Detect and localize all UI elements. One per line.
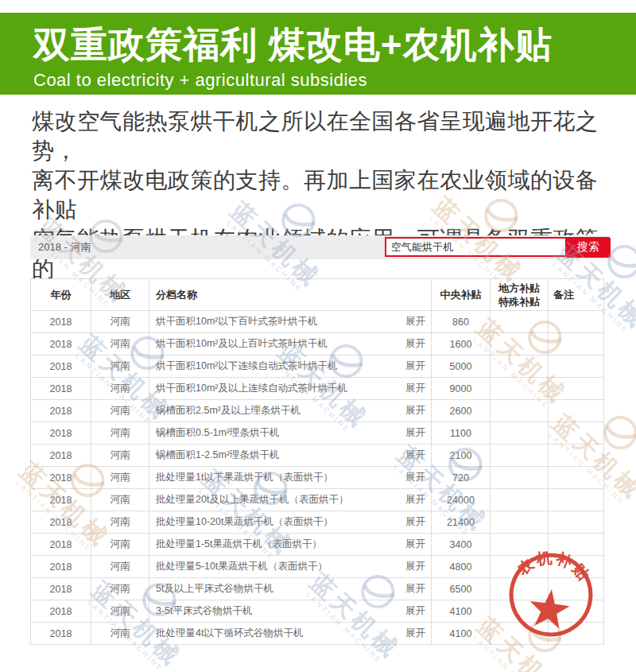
name-cell: 锅槽面积0.5-1m²理条烘干机展开 — [149, 422, 432, 445]
table-row: 2018河南锅槽面积2.5m²及以上理条烘干机展开2600 — [31, 400, 604, 422]
name-cell: 5t及以上平床式谷物烘干机展开 — [149, 578, 432, 600]
expand-link[interactable]: 展开 — [405, 627, 425, 640]
note-cell — [549, 489, 604, 511]
year-cell: 2018 — [31, 422, 91, 445]
local-subsidy-cell — [491, 489, 549, 511]
category-name: 批处理量4t以下循环式谷物烘干机 — [156, 627, 303, 640]
search-bar: 搜索 — [385, 237, 611, 258]
table-row: 2018河南锅槽面积1-2.5m²理条烘干机展开2100 — [31, 445, 604, 467]
table-row: 2018河南批处理量1t以下果蔬烘干机（表面烘干）展开720 — [31, 467, 604, 489]
header-central-subsidy: 中央补贴 — [432, 279, 491, 311]
table-row: 2018河南烘干面积10m²及以上百叶式茶叶烘干机展开1600 — [31, 333, 604, 355]
region-cell: 河南 — [91, 400, 149, 422]
expand-link[interactable]: 展开 — [405, 471, 425, 484]
local-subsidy-cell — [491, 333, 549, 355]
note-cell — [549, 333, 604, 355]
intro-line: 离不开煤改电政策的支持。再加上国家在农业领域的设备补贴 — [32, 165, 606, 224]
expand-link[interactable]: 展开 — [405, 493, 425, 507]
table-body: 2018河南烘干面积10m²以下百叶式茶叶烘干机展开8602018河南烘干面积1… — [31, 311, 604, 645]
name-cell: 批处理量1t以下果蔬烘干机（表面烘干）展开 — [149, 467, 432, 489]
expand-link[interactable]: 展开 — [405, 404, 425, 418]
expand-link[interactable]: 展开 — [405, 582, 425, 596]
year-cell: 2018 — [31, 489, 91, 511]
category-name: 批处理量5-10t果蔬烘干机（表面烘干） — [156, 560, 328, 573]
region-cell: 河南 — [91, 600, 149, 623]
central-subsidy-cell: 21400 — [432, 511, 491, 534]
region-cell: 河南 — [91, 489, 149, 511]
intro-line: 煤改空气能热泵烘干机之所以在全国各省呈现遍地开花之势， — [32, 107, 606, 165]
note-cell — [549, 311, 604, 333]
header-local-line2: 特殊补贴 — [491, 295, 548, 309]
year-cell: 2018 — [31, 578, 91, 600]
note-cell — [549, 623, 604, 645]
category-name: 批处理量20t及以上果蔬烘干机（表面烘干） — [156, 493, 348, 507]
year-cell: 2018 — [31, 355, 91, 378]
note-cell — [549, 445, 604, 467]
category-name: 锅槽面积0.5-1m²理条烘干机 — [156, 426, 280, 440]
note-cell — [549, 422, 604, 445]
expand-link[interactable]: 展开 — [405, 426, 425, 440]
region-cell: 河南 — [91, 355, 149, 378]
table-row: 2018河南批处理量20t及以上果蔬烘干机（表面烘干）展开24000 — [31, 489, 604, 511]
expand-link[interactable]: 展开 — [405, 449, 425, 462]
central-subsidy-cell: 1600 — [432, 333, 491, 355]
central-subsidy-cell: 4800 — [432, 556, 491, 578]
name-cell: 烘干面积10m²以下连续自动式茶叶烘干机展开 — [149, 355, 432, 378]
header-local-line1: 地方补贴 — [491, 282, 548, 295]
note-cell — [549, 378, 604, 400]
category-name: 烘干面积10m²及以上百叶式茶叶烘干机 — [156, 337, 328, 351]
subsidy-table: 年份 地区 分档名称 中央补贴 地方补贴 特殊补贴 备注 2018河南烘干面积1… — [30, 278, 604, 645]
subsidy-table-panel: 2018 - 河南 搜索 年份 地区 分档名称 中央补贴 地方补贴 特殊补贴 备… — [30, 235, 611, 645]
name-cell: 烘干面积10m²及以上百叶式茶叶烘干机展开 — [149, 333, 432, 355]
local-subsidy-cell — [491, 400, 549, 422]
name-cell: 批处理量5-10t果蔬烘干机（表面烘干）展开 — [149, 556, 432, 578]
expand-link[interactable]: 展开 — [405, 604, 425, 618]
category-name: 批处理量1-5t果蔬烘干机（表面烘干） — [156, 538, 322, 551]
page-subtitle: Coal to electricity + agricultural subsi… — [33, 70, 636, 91]
year-cell: 2018 — [31, 467, 91, 489]
region-cell: 河南 — [91, 623, 149, 645]
name-cell: 批处理量1-5t果蔬烘干机（表面烘干）展开 — [149, 534, 432, 556]
expand-link[interactable]: 展开 — [405, 560, 425, 573]
local-subsidy-cell — [491, 355, 549, 378]
note-cell — [549, 511, 604, 534]
category-name: 5t及以上平床式谷物烘干机 — [156, 582, 273, 596]
category-name: 3-5t平床式谷物烘干机 — [156, 604, 253, 618]
search-button[interactable]: 搜索 — [566, 237, 611, 258]
year-cell: 2018 — [31, 534, 91, 556]
year-cell: 2018 — [31, 400, 91, 422]
region-cell: 河南 — [91, 333, 149, 355]
expand-link[interactable]: 展开 — [405, 337, 425, 351]
note-cell — [549, 467, 604, 489]
name-cell: 烘干面积10m²及以上连续自动式茶叶烘干机展开 — [149, 378, 432, 400]
local-subsidy-cell — [491, 534, 549, 556]
expand-link[interactable]: 展开 — [405, 538, 425, 551]
note-cell — [549, 400, 604, 422]
note-cell — [549, 578, 604, 600]
year-cell: 2018 — [31, 511, 91, 534]
category-name: 烘干面积10m²及以上连续自动式茶叶烘干机 — [156, 382, 347, 395]
year-cell: 2018 — [31, 623, 91, 645]
region-cell: 河南 — [91, 578, 149, 600]
table-row: 2018河南烘干面积10m²以下百叶式茶叶烘干机展开860 — [31, 311, 604, 333]
local-subsidy-cell — [491, 311, 549, 333]
header-name: 分档名称 — [149, 279, 432, 311]
expand-link[interactable]: 展开 — [405, 359, 425, 373]
category-name: 锅槽面积2.5m²及以上理条烘干机 — [156, 404, 301, 418]
category-name: 烘干面积10m²以下连续自动式茶叶烘干机 — [156, 359, 337, 373]
expand-link[interactable]: 展开 — [405, 315, 425, 328]
year-cell: 2018 — [31, 445, 91, 467]
expand-link[interactable]: 展开 — [405, 515, 425, 529]
expand-link[interactable]: 展开 — [405, 382, 425, 395]
note-cell — [549, 600, 604, 623]
search-input[interactable] — [385, 237, 567, 257]
category-name: 锅槽面积1-2.5m²理条烘干机 — [156, 449, 280, 462]
year-cell: 2018 — [31, 600, 91, 623]
year-cell: 2018 — [31, 333, 91, 355]
name-cell: 3-5t平床式谷物烘干机展开 — [149, 600, 432, 623]
name-cell: 批处理量4t以下循环式谷物烘干机展开 — [149, 623, 432, 645]
year-region-filter-label: 2018 - 河南 — [38, 235, 91, 259]
table-row: 2018河南烘干面积10m²及以上连续自动式茶叶烘干机展开9000 — [31, 378, 604, 400]
local-subsidy-cell — [491, 422, 549, 445]
region-cell: 河南 — [91, 511, 149, 534]
